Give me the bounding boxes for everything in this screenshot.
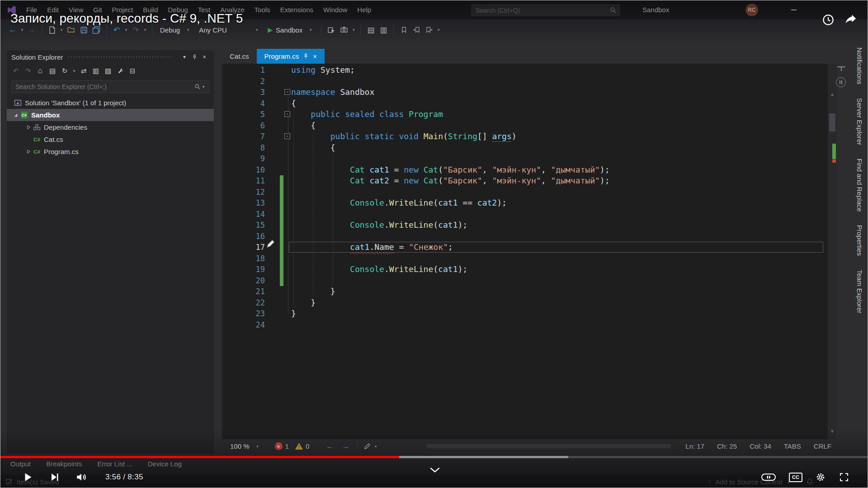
line-number[interactable]: 23 xyxy=(222,308,265,319)
code-line-1[interactable]: 1using System; xyxy=(222,65,828,76)
code-line-7[interactable]: 7- public static void Main(String[] args… xyxy=(222,131,828,142)
panel-options-dropdown[interactable]: ▾ xyxy=(179,54,189,60)
code-line-9[interactable]: 9 xyxy=(222,153,828,164)
code-line-6[interactable]: 6 { xyxy=(222,120,828,131)
expand-arrow-icon[interactable] xyxy=(24,149,32,154)
pin-icon[interactable] xyxy=(303,53,309,59)
code-text[interactable]: cat1.Name = "Снежок"; xyxy=(291,242,453,253)
code-text[interactable]: } xyxy=(291,286,335,297)
code-text[interactable]: } xyxy=(291,308,296,319)
bookmark-icon[interactable] xyxy=(398,23,410,37)
line-number[interactable]: 20 xyxy=(222,275,265,286)
code-text[interactable]: { xyxy=(291,142,335,154)
code-line-4[interactable]: 4{ xyxy=(222,98,828,109)
previous-issue-arrow[interactable]: ← xyxy=(322,442,338,451)
split-view-icon[interactable]: ▥ xyxy=(377,23,389,37)
horizontal-scrollbar-thumb[interactable] xyxy=(427,444,671,448)
line-number[interactable]: 21 xyxy=(222,286,265,297)
code-text[interactable]: public static void Main(String[] args) xyxy=(291,131,517,142)
code-line-15[interactable]: 15 Console.WriteLine(cat1); xyxy=(222,220,828,231)
fold-marker-icon[interactable]: - xyxy=(284,111,290,117)
scrollbar-thumb[interactable] xyxy=(829,113,835,131)
code-line-13[interactable]: 13 Console.WriteLine(cat1 == cat2); xyxy=(222,197,828,209)
code-line-18[interactable]: 18 xyxy=(222,253,828,264)
pending-changes-filter-icon[interactable]: ↻ xyxy=(59,66,70,76)
new-file-dropdown[interactable]: ▾ xyxy=(59,28,64,32)
switch-views-icon[interactable]: ▤ xyxy=(47,66,58,76)
editor-tab-cat-cs[interactable]: Cat.cs xyxy=(222,49,257,64)
volume-icon[interactable] xyxy=(75,471,87,483)
code-text[interactable]: Cat cat1 = new Cat("Барсик", "мэйн-кун",… xyxy=(291,164,610,176)
back-icon[interactable]: ↶ xyxy=(10,66,21,76)
toolbar-overflow-dropdown[interactable]: ▾ xyxy=(436,28,441,32)
code-line-24[interactable]: 24 xyxy=(222,319,828,331)
next-issue-arrow[interactable]: → xyxy=(338,442,354,451)
line-number[interactable]: 22 xyxy=(222,297,265,309)
side-tab-find-and-replace[interactable]: Find and Replace xyxy=(856,159,863,212)
screenshot-icon[interactable] xyxy=(338,23,350,37)
subtitles-cc-button[interactable]: CC xyxy=(789,473,802,482)
code-text[interactable]: Console.WriteLine(cat1); xyxy=(291,264,467,275)
line-number[interactable]: 15 xyxy=(222,220,265,231)
line-number[interactable]: 7 xyxy=(222,131,265,142)
code-text[interactable]: Console.WriteLine(cat1 == cat2); xyxy=(291,197,507,209)
collapse-all-icon[interactable]: ⊟ xyxy=(127,66,138,76)
scrollbar-map-toggle-icon[interactable] xyxy=(836,77,846,87)
code-line-5[interactable]: 5- public sealed class Program xyxy=(222,109,828,120)
pin-icon[interactable] xyxy=(189,54,199,60)
error-count[interactable]: 1 xyxy=(285,442,289,450)
code-line-10[interactable]: 10 Cat cat1 = new Cat("Барсик", "мэйн-ку… xyxy=(222,164,828,176)
code-line-21[interactable]: 21 } xyxy=(222,286,828,297)
solution-search-box[interactable]: ▾ xyxy=(11,80,209,93)
settings-gear-icon[interactable] xyxy=(815,472,826,483)
warning-count[interactable]: 0 xyxy=(306,442,309,450)
line-number[interactable]: 5 xyxy=(222,109,265,120)
error-icon[interactable]: × xyxy=(275,442,283,450)
zoom-dropdown[interactable]: 100 % ▾ xyxy=(228,440,262,453)
code-line-8[interactable]: 8 { xyxy=(222,142,828,154)
code-editor[interactable]: 1using System;23-namespace Sandbox4{5- p… xyxy=(222,64,828,439)
line-number[interactable]: 14 xyxy=(222,209,265,220)
next-bookmark-icon[interactable] xyxy=(423,23,435,37)
code-text[interactable]: { xyxy=(291,120,316,131)
editor-vertical-scrollbar[interactable]: ▲ ▼ xyxy=(828,64,837,439)
code-line-12[interactable]: 12 xyxy=(222,187,828,198)
code-line-16[interactable]: 16 xyxy=(222,231,828,242)
solution-search-input[interactable] xyxy=(14,83,194,91)
collapse-arrow-icon[interactable] xyxy=(11,113,19,117)
line-number[interactable]: 1 xyxy=(222,65,265,76)
pencil-dropdown[interactable]: ▾ xyxy=(373,444,378,449)
code-text[interactable]: Cat cat2 = new Cat("Барсик", "мэйн-кун",… xyxy=(291,175,610,187)
code-text[interactable]: public sealed class Program xyxy=(291,109,443,120)
search-input[interactable] xyxy=(475,6,610,14)
line-number[interactable]: 8 xyxy=(222,142,265,154)
quick-search-box[interactable] xyxy=(471,4,620,16)
previous-bookmark-icon[interactable] xyxy=(410,23,422,37)
navigate-back-dropdown[interactable]: ▾ xyxy=(19,28,25,32)
line-number[interactable]: 2 xyxy=(222,76,265,87)
side-tab-server-explorer[interactable]: Server Explorer xyxy=(856,98,863,145)
side-tab-team-explorer[interactable]: Team Explorer xyxy=(856,270,863,314)
side-tab-notifications[interactable]: Notifications xyxy=(856,47,863,84)
forward-icon[interactable]: ↷ xyxy=(23,66,33,76)
expand-arrow-icon[interactable] xyxy=(24,125,32,130)
line-number[interactable]: 17 xyxy=(222,242,265,253)
fold-marker-icon[interactable]: - xyxy=(284,133,290,139)
filter-dropdown[interactable]: ▾ xyxy=(71,69,77,73)
editor-tab-program-cs[interactable]: Program.cs× xyxy=(257,49,325,64)
tree-item-dependencies[interactable]: Dependencies xyxy=(7,121,214,133)
tree-item-sandbox[interactable]: C#Sandbox xyxy=(7,109,214,121)
menu-item-window[interactable]: Window xyxy=(318,0,352,19)
minimize-button[interactable] xyxy=(783,0,804,19)
play-button[interactable] xyxy=(22,471,34,483)
redo-dropdown[interactable]: ▾ xyxy=(142,28,148,32)
tree-item-program-cs[interactable]: C#Program.cs xyxy=(7,145,214,158)
code-text[interactable]: namespace Sandbox xyxy=(291,87,374,98)
video-progress-bar[interactable] xyxy=(0,456,868,458)
line-number[interactable]: 12 xyxy=(222,187,265,198)
menu-item-help[interactable]: Help xyxy=(352,0,376,19)
line-number[interactable]: 4 xyxy=(222,98,265,109)
warning-icon[interactable]: ! xyxy=(295,443,303,450)
document-outline-icon[interactable]: ▤ xyxy=(365,23,377,37)
attach-to-process-icon[interactable] xyxy=(326,23,337,37)
